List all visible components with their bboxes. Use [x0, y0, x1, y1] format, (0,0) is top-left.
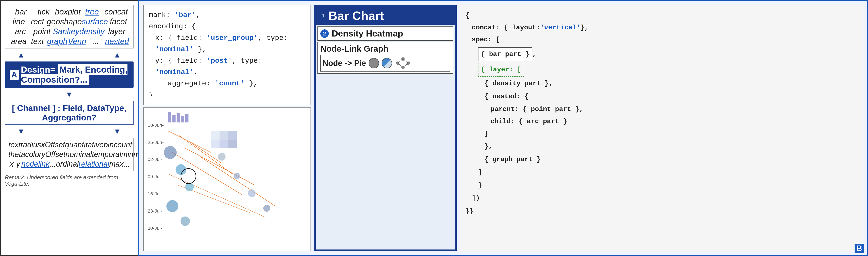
channel-text: [ Channel ] : Field, DataType, Aggregati…: [12, 104, 126, 122]
svg-line-17: [200, 157, 275, 206]
svg-rect-31: [228, 131, 237, 140]
left-panel: bar tick boxplot tree concat line rect g…: [0, 0, 138, 256]
mark-surface[interactable]: surface: [82, 17, 108, 26]
right-panel: mark: 'bar', encoding: { x: { field: 'us…: [138, 0, 868, 256]
mark-layer: layer: [104, 27, 129, 36]
svg-rect-9: [177, 113, 180, 122]
mark-nested[interactable]: nested: [105, 37, 129, 46]
node-link-label: Node-Link Graph: [320, 44, 388, 53]
mark-density[interactable]: density: [79, 27, 104, 36]
comp-line-concat: concat: { layout: 'vertical' },: [465, 22, 858, 34]
code-line-4: y: { field: 'post', type: 'nominal',: [149, 55, 305, 78]
marks-row-2: line rect geoshape surface facet: [9, 17, 129, 26]
node-link-box: Node-Link Graph Node -> Pie: [317, 42, 453, 74]
enc-quantitative: quantitative: [65, 140, 103, 149]
svg-rect-8: [172, 115, 176, 122]
comp-line-layer: { layer: [: [465, 63, 858, 77]
arrows-up: ▲ ▲: [5, 51, 133, 59]
mark-area: area: [9, 37, 28, 46]
enc-row-1: text radius xOffset quantitative bin cou…: [8, 140, 130, 149]
node-pie-label: Node -> Pie: [322, 59, 366, 68]
enc-relational[interactable]: relational: [79, 160, 109, 169]
enc-min: min: [121, 150, 133, 159]
composition-section: { concat: { layout: 'vertical' }, spec: …: [460, 5, 863, 251]
svg-point-25: [218, 153, 226, 161]
comp-line-spec: spec: [: [465, 34, 858, 46]
svg-rect-29: [211, 131, 219, 140]
svg-text:09-Jul-: 09-Jul-: [148, 174, 162, 179]
enc-count: count: [114, 140, 132, 149]
remark: Remark: Underscored fields are extended …: [5, 174, 133, 187]
design-text: Design= Mark, Encoding, Composition?...: [21, 65, 129, 85]
mini-chart-svg: 18-Jun- 25-Jun- 02-Jul- 09-Jul- 16-Jul- …: [145, 110, 309, 249]
enc-radius: radius: [21, 140, 41, 149]
comp-line-brace-close: }: [465, 179, 858, 191]
enc-row-2: theta color yOffset nominal temporal min…: [8, 150, 130, 159]
svg-line-43: [403, 63, 408, 67]
remark-underscored: Underscored: [27, 174, 58, 180]
mark-geoshape: geoshape: [47, 17, 82, 26]
arrow-up-right: ▲: [114, 51, 121, 59]
enc-link[interactable]: link: [38, 160, 50, 169]
encoding-arrows: ▼ ▼: [5, 127, 133, 136]
comp-line-nested: { nested: {: [465, 90, 858, 103]
mark-venn[interactable]: Venn: [68, 37, 86, 46]
circle-shape-2: [381, 58, 392, 68]
svg-point-24: [181, 217, 190, 226]
marks-table: bar tick boxplot tree concat line rect g…: [5, 5, 133, 49]
svg-line-40: [398, 59, 403, 63]
arrow-down: ▼: [5, 90, 133, 99]
mark-line: line: [9, 17, 28, 26]
mark-arc: arc: [9, 27, 31, 36]
code-line-3: x: { field: 'user_group', type: 'nominal…: [149, 32, 305, 55]
comp-line-open: {: [465, 9, 858, 22]
enc-bin: bin: [103, 140, 114, 149]
mark-tree[interactable]: tree: [81, 7, 103, 17]
svg-line-42: [398, 63, 403, 67]
svg-rect-34: [228, 140, 237, 148]
mark-text: text: [28, 37, 47, 46]
design-label-a: A: [10, 70, 19, 80]
svg-text:16-Jul-: 16-Jul-: [148, 191, 162, 196]
enc-node[interactable]: node: [21, 160, 38, 169]
svg-rect-33: [219, 140, 228, 148]
svg-rect-30: [219, 131, 228, 140]
mini-viz-area: 18-Jun- 25-Jun- 02-Jul- 09-Jul- 16-Jul- …: [143, 108, 311, 251]
enc-ordinal: ordinal: [56, 160, 79, 169]
mark-ellipsis: ...: [86, 37, 105, 46]
comp-line-nested-close2: },: [465, 140, 858, 152]
num-1: 1: [319, 11, 327, 20]
enc-temporal: temporal: [92, 150, 121, 159]
comp-line-bar: { bar part } ,: [465, 48, 858, 61]
comp-line-parent: parent: { point part },: [465, 103, 858, 115]
svg-text:30-Jul-: 30-Jul-: [148, 226, 162, 231]
comp-line-bracket-close: ]: [465, 166, 858, 178]
marks-row-4: area text graph Venn ... nested: [9, 37, 129, 46]
enc-xoffset: xOffset: [41, 140, 65, 149]
chart-inner: 2 Density Heatmap Node-Link Graph Node -…: [316, 25, 455, 250]
svg-point-28: [264, 205, 270, 212]
code-line-2: encoding: {: [149, 21, 305, 32]
enc-nominal: nominal: [65, 150, 92, 159]
code-line-5: aggregate: 'count' },: [149, 78, 305, 89]
comp-line-end: }}: [465, 205, 858, 217]
comp-line-nested-close: }: [465, 128, 858, 140]
svg-text:18-Jun-: 18-Jun-: [148, 122, 164, 128]
comp-line-graph: { graph part }: [465, 153, 858, 166]
chart-wrapper: 1 Bar Chart 2 Density Heatmap Node-Link …: [314, 5, 457, 251]
enc-arrow-right: ▼: [114, 127, 121, 136]
channel-box: [ Channel ] : Field, DataType, Aggregati…: [5, 101, 133, 125]
mark-graph[interactable]: graph: [47, 37, 68, 46]
code-line-6: }: [149, 89, 305, 101]
svg-text:25-Jun-: 25-Jun-: [148, 140, 164, 145]
mark-concat: concat: [103, 7, 129, 17]
svg-rect-10: [181, 116, 184, 122]
mark-sankey[interactable]: Sankey: [53, 27, 80, 36]
enc-row-3: x y node link ... ordinal relational max…: [8, 160, 130, 169]
mark-facet: facet: [108, 17, 129, 26]
mark-rect: rect: [28, 17, 47, 26]
enc-text: text: [8, 140, 21, 149]
svg-point-26: [234, 173, 240, 179]
svg-line-41: [403, 59, 408, 63]
marks-row-1: bar tick boxplot tree concat: [9, 7, 129, 17]
